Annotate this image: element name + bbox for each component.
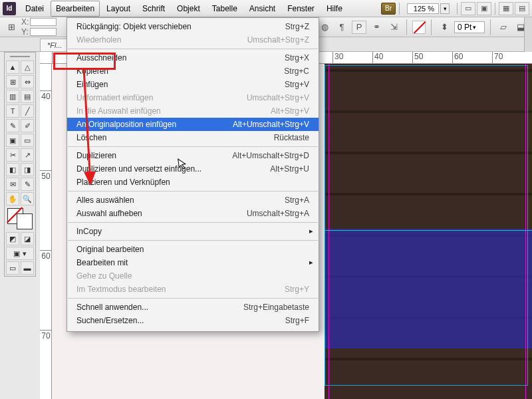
menu-item[interactable]: Rückgängig: Objekt verschiebenStrg+Z	[67, 20, 319, 33]
fill-none-icon[interactable]	[412, 21, 426, 34]
menu-item[interactable]: InCopy	[67, 225, 319, 238]
zoom-control[interactable]: 125 % ▾	[407, 3, 450, 14]
p-icon[interactable]: P	[352, 21, 366, 34]
zoom-field[interactable]: 125 %	[407, 3, 439, 14]
ruler-tick: 60	[40, 250, 52, 261]
menu-item-label: Bearbeiten mit	[76, 258, 303, 267]
type-tool-icon[interactable]: T	[6, 104, 19, 118]
menu-ansicht[interactable]: Ansicht	[244, 1, 281, 17]
pencil-tool-icon[interactable]: ✐	[21, 119, 34, 132]
pen-tool-icon[interactable]: ✎	[6, 119, 19, 132]
menu-item-shortcut: Strg+Y	[285, 285, 309, 294]
menu-item[interactable]: Schnell anwenden...Strg+Eingabetaste	[67, 301, 319, 314]
ruler-vertical[interactable]: 40 50 60 70	[40, 64, 52, 399]
hand-tool-icon[interactable]: ✋	[6, 192, 19, 205]
menu-bearbeiten[interactable]: Bearbeiten	[51, 1, 100, 17]
scissors-tool-icon[interactable]: ✂	[6, 148, 19, 162]
separator	[495, 3, 495, 15]
menu-item[interactable]: Original bearbeiten	[67, 243, 319, 256]
stroke-weight-field[interactable]: 0 Pt▾	[454, 21, 485, 33]
page-tool-icon[interactable]: ⊞	[6, 75, 19, 88]
menu-item[interactable]: EinfügenStrg+V	[67, 78, 319, 91]
chevron-down-icon[interactable]: ▾	[473, 24, 476, 31]
menu-objekt[interactable]: Objekt	[172, 1, 205, 17]
free-transform-icon[interactable]: ↗	[21, 148, 34, 162]
menu-item-shortcut: Umschalt+Strg+A	[247, 209, 309, 218]
menu-item-shortcut: Strg+A	[285, 196, 309, 205]
workspace-icon[interactable]: ▤	[515, 2, 529, 15]
menu-item[interactable]: AusschneidenStrg+X	[67, 51, 319, 65]
ref-point-icon[interactable]: ⊞	[4, 21, 19, 34]
menu-item-shortcut: Alt+Umschalt+Strg+D	[232, 151, 309, 160]
view-options-icon[interactable]: ▭	[461, 2, 475, 15]
bridge-icon[interactable]: Br	[381, 3, 396, 15]
menu-item: Im Textmodus bearbeitenStrg+Y	[67, 283, 319, 296]
fill-stroke-swatch[interactable]	[6, 207, 34, 231]
menu-schrift[interactable]: Schrift	[137, 1, 170, 17]
menu-item[interactable]: LöschenRücktaste	[67, 131, 319, 144]
selection-tool-icon[interactable]: ▲	[6, 61, 19, 74]
menu-item-label: Ausschneiden	[76, 53, 278, 63]
effects-icon[interactable]: ⇲	[386, 21, 401, 34]
menu-item-shortcut: Strg+X	[285, 53, 309, 63]
gap-tool-icon[interactable]: ⇔	[21, 75, 34, 88]
gradient-swatch-icon[interactable]: ◧	[6, 163, 19, 176]
zoom-tool-icon[interactable]: 🔍	[21, 192, 34, 205]
menu-item[interactable]: An Originalposition einfügenAlt+Umschalt…	[67, 118, 319, 131]
view-mode-normal-icon[interactable]: ▣ ▾	[6, 247, 34, 260]
menu-item[interactable]: Duplizieren und versetzt einfügen...Alt+…	[67, 162, 319, 176]
y-field[interactable]	[30, 28, 57, 36]
panel-grip-icon[interactable]	[6, 54, 34, 59]
solid-circle-icon[interactable]: ◍	[317, 21, 332, 34]
menu-separator	[68, 146, 318, 147]
ruler-tick	[52, 52, 54, 64]
menu-item[interactable]: Alles auswählenStrg+A	[67, 194, 319, 207]
chevron-down-icon[interactable]: ▾	[440, 3, 450, 14]
menu-item-label: In die Auswahl einfügen	[76, 106, 264, 116]
rect-frame-tool-icon[interactable]: ▣	[6, 134, 19, 147]
screen-mode-icon[interactable]: ▣	[477, 2, 491, 15]
arrange-docs-icon[interactable]: ▦	[499, 2, 513, 15]
skew-icon[interactable]: ▱	[496, 21, 511, 34]
stroke-stepper-icon[interactable]: ⬍	[437, 21, 452, 34]
menu-item-shortcut: Strg+Eingabetaste	[243, 303, 309, 312]
menu-hilfe[interactable]: Hilfe	[321, 1, 348, 17]
character-icon[interactable]: ¶	[334, 21, 349, 34]
content-collector-icon[interactable]: ▥	[6, 90, 19, 103]
note-tool-icon[interactable]: ✉	[6, 178, 19, 191]
menu-item[interactable]: KopierenStrg+C	[67, 65, 319, 78]
menu-item-label: InCopy	[76, 227, 303, 236]
menu-tabelle[interactable]: Tabelle	[207, 1, 243, 17]
x-field[interactable]	[30, 18, 57, 26]
apply-color-icon[interactable]: ◩	[6, 232, 19, 245]
menu-item[interactable]: Suchen/Ersetzen...Strg+F	[67, 314, 319, 327]
panel-dock[interactable]	[524, 17, 532, 52]
menu-separator	[68, 191, 318, 192]
line-tool-icon[interactable]: ╱	[21, 104, 34, 118]
link-options-icon[interactable]: ⚭	[369, 21, 384, 34]
menu-fenster[interactable]: Fenster	[282, 1, 320, 17]
document-tab[interactable]: *Fl...	[40, 39, 70, 51]
menu-item: Unformatiert einfügenUmschalt+Strg+V	[67, 91, 319, 104]
selection-frame[interactable]	[325, 65, 528, 386]
menu-item[interactable]: Platzieren und Verknüpfen	[67, 176, 319, 189]
ruler-tick: 60	[452, 52, 463, 64]
apply-gradient-icon[interactable]: ◪	[21, 232, 34, 245]
content-placer-icon[interactable]: ▤	[21, 90, 34, 103]
direct-select-tool-icon[interactable]: △	[21, 61, 34, 74]
menu-item-shortcut: Strg+Z	[285, 22, 309, 31]
separator	[399, 3, 400, 15]
screen-mode-a-icon[interactable]: ▭	[6, 261, 19, 275]
eyedropper-tool-icon[interactable]: ✎	[21, 178, 34, 191]
rect-tool-icon[interactable]: ▭	[21, 134, 34, 147]
menu-separator	[68, 298, 318, 299]
menu-item-shortcut: Alt+Strg+V	[271, 106, 309, 116]
screen-mode-b-icon[interactable]: ▬	[21, 261, 34, 275]
menu-datei[interactable]: Datei	[20, 1, 49, 17]
menu-item[interactable]: Bearbeiten mit	[67, 256, 319, 269]
menu-item[interactable]: Auswahl aufhebenUmschalt+Strg+A	[67, 207, 319, 220]
menu-layout[interactable]: Layout	[101, 1, 136, 17]
menu-item-label: An Originalposition einfügen	[76, 120, 226, 129]
menu-item[interactable]: DuplizierenAlt+Umschalt+Strg+D	[67, 149, 319, 162]
gradient-feather-icon[interactable]: ◨	[21, 163, 34, 176]
